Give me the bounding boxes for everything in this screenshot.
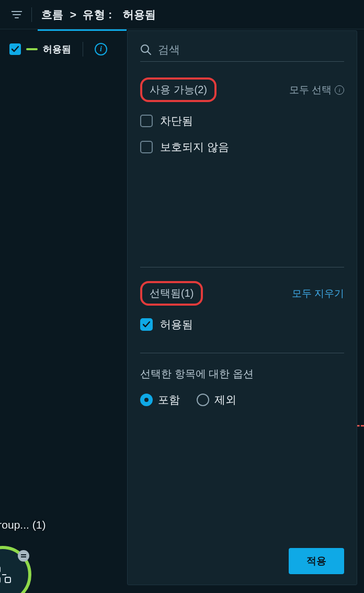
topbar-divider [31,7,32,22]
include-exclude-radios: 포함 제외 [140,393,344,407]
option-label: 차단됨 [160,114,193,128]
radio-exclude[interactable]: 제외 [197,393,236,407]
divider [140,267,344,267]
selected-title: 선택됨(1) [140,281,203,306]
radio-label: 포함 [158,393,180,407]
option-allowed[interactable]: 허용됨 [140,317,344,332]
allowed-color-swatch [26,48,38,50]
filter-icon[interactable] [9,7,24,22]
breadcrumb-flow[interactable]: 흐름 [41,8,64,20]
svg-rect-4 [5,577,10,583]
topbar: 흐름 > 유형 : 허용됨 [0,0,364,29]
group-node[interactable] [0,546,31,593]
chip-label: 허용됨 [43,43,71,55]
active-underline [38,29,127,31]
select-all-label: 모두 선택 [289,83,332,97]
option-unprotected[interactable]: 보호되지 않음 [140,140,344,154]
radio-label: 제외 [214,393,236,407]
option-label: 허용됨 [160,317,193,332]
check-icon [9,43,21,55]
select-all-action[interactable]: 모두 선택 i [289,83,344,97]
radio-selected-icon [140,394,153,406]
group-node-label: Group... (1) [0,519,46,531]
available-empty-space [140,165,344,256]
breadcrumb-type[interactable]: 유형 : [83,8,112,20]
clear-all-action[interactable]: 모두 지우기 [292,287,344,300]
search-icon [140,44,152,55]
checkbox-checked[interactable] [140,318,153,331]
available-title: 사용 가능(2) [140,77,217,102]
node-badge-icon [18,550,29,562]
type-filter-dropdown: 사용 가능(2) 모두 선택 i 차단됨 보호되지 않음 선택됨(1) 모두 지… [127,30,357,585]
chip-allowed[interactable]: 허용됨 [9,43,71,55]
info-icon[interactable]: i [95,43,107,55]
search-input[interactable] [158,43,344,56]
checkbox-unchecked[interactable] [140,141,153,153]
breadcrumb: 흐름 > 유형 : 허용됨 [41,7,156,22]
breadcrumb-value[interactable]: 허용됨 [123,8,156,20]
graph-decoration: Group... (1) [0,509,126,593]
available-options: 차단됨 보호되지 않음 [140,114,344,154]
radio-include[interactable]: 포함 [140,393,180,407]
selected-options: 허용됨 [140,317,344,332]
search-row [140,43,344,62]
chip-divider [83,42,83,57]
clear-all-label: 모두 지우기 [292,287,344,300]
apply-row: 적용 [140,548,344,574]
group-node-icon [0,566,12,584]
radio-unselected-icon [197,394,209,406]
info-icon: i [335,85,344,95]
selected-header: 선택됨(1) 모두 지우기 [140,281,344,306]
options-for-selected-title: 선택한 항목에 대한 옵션 [140,367,344,381]
svg-rect-6 [21,554,26,555]
option-label: 보호되지 않음 [160,140,229,154]
option-blocked[interactable]: 차단됨 [140,114,344,128]
svg-rect-7 [21,556,26,557]
checkbox-unchecked[interactable] [140,115,153,127]
svg-line-1 [148,52,151,55]
available-header: 사용 가능(2) 모두 선택 i [140,77,344,102]
breadcrumb-sep: > [70,8,77,20]
apply-button[interactable]: 적용 [289,548,344,574]
divider [140,353,344,353]
